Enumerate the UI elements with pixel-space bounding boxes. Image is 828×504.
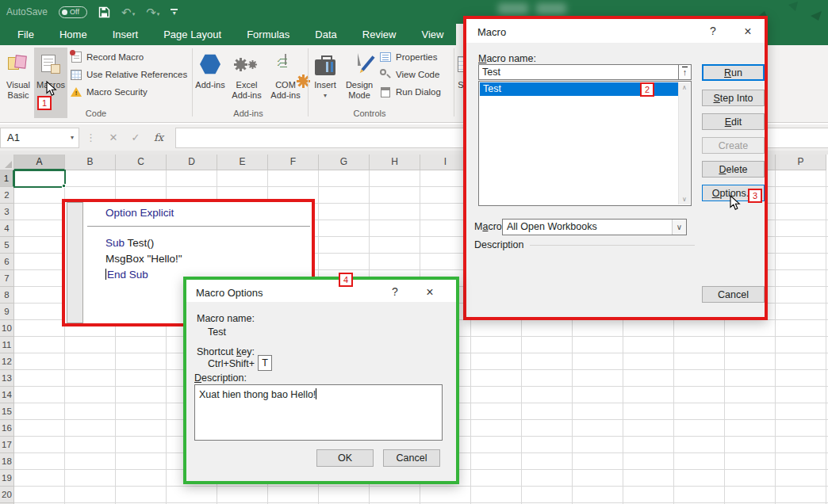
column-header-P[interactable]: P bbox=[776, 155, 826, 170]
row-header-8[interactable]: 8 bbox=[0, 287, 14, 304]
design-mode-button[interactable]: Design Mode bbox=[341, 48, 378, 118]
column-header-B[interactable]: B bbox=[65, 155, 116, 170]
row-header-1[interactable]: 1 bbox=[0, 170, 14, 187]
add-ins-button[interactable]: Add-ins bbox=[195, 48, 225, 118]
annotation-step-2: 2 bbox=[640, 82, 654, 97]
macros-in-dropdown[interactable]: All Open Workbooks ∨ bbox=[502, 219, 687, 235]
fill-handle[interactable] bbox=[62, 184, 66, 188]
customize-qat-icon[interactable]: ▾ bbox=[171, 9, 178, 15]
tab-formulas[interactable]: Formulas bbox=[234, 24, 302, 45]
controls-group-label: Controls bbox=[330, 109, 409, 118]
com-add-ins-icon: ✓✓ bbox=[276, 51, 295, 78]
scroll-down-icon[interactable]: ∨ bbox=[679, 196, 690, 203]
name-box[interactable]: A1 ▾ bbox=[0, 128, 79, 148]
help-icon[interactable]: ? bbox=[383, 285, 407, 298]
tab-data[interactable]: Data bbox=[302, 24, 349, 45]
insert-function-icon[interactable]: fx bbox=[147, 132, 171, 143]
row-header-15[interactable]: 15 bbox=[0, 403, 14, 420]
help-icon[interactable]: ? bbox=[701, 25, 725, 37]
undo-button[interactable]: ↶▾ bbox=[121, 6, 135, 18]
chevron-down-icon: ▾ bbox=[324, 90, 327, 101]
insert-control-button[interactable]: Insert ▾ bbox=[311, 48, 339, 118]
row-header-19[interactable]: 19 bbox=[0, 470, 14, 487]
row-header-14[interactable]: 14 bbox=[0, 387, 14, 403]
row-header-4[interactable]: 4 bbox=[0, 220, 14, 237]
row-header-11[interactable]: 11 bbox=[0, 337, 14, 353]
run-button[interactable]: Run bbox=[702, 64, 765, 81]
macro-list-scrollbar[interactable]: ∧ ∨ bbox=[678, 82, 690, 204]
name-box-dropdown-icon[interactable]: ▾ bbox=[71, 134, 74, 141]
tab-insert[interactable]: Insert bbox=[100, 24, 151, 45]
redo-button[interactable]: ↷▾ bbox=[146, 6, 159, 18]
view-code-button[interactable]: View Code bbox=[379, 67, 439, 82]
properties-button[interactable]: Properties bbox=[379, 50, 437, 64]
column-header-A[interactable]: A bbox=[14, 155, 65, 170]
step-into-button[interactable]: Step Into bbox=[702, 90, 765, 106]
tab-view[interactable]: View bbox=[408, 24, 456, 45]
visual-basic-button[interactable]: Visual Basic bbox=[2, 48, 34, 118]
macro-dialog: Macro ? × Macro name: Test ↑ Test ∧ ∨ 2 … bbox=[463, 16, 768, 320]
column-header-G[interactable]: G bbox=[319, 155, 370, 170]
delete-button[interactable]: Delete bbox=[702, 161, 765, 178]
tab-review[interactable]: Review bbox=[350, 24, 409, 45]
column-header-F[interactable]: F bbox=[268, 155, 319, 170]
quick-access-toolbar: AutoSave Off ↶▾ ↷▾ ▾ bbox=[6, 0, 178, 24]
com-add-ins-button[interactable]: ✓✓ COM Add-ins bbox=[266, 48, 305, 118]
description-textarea[interactable]: Xuat hien thong bao Hello! bbox=[194, 384, 443, 441]
row-header-18[interactable]: 18 bbox=[0, 453, 14, 470]
column-header-D[interactable]: D bbox=[167, 155, 217, 170]
cancel-entry-icon[interactable]: ✕ bbox=[102, 132, 125, 143]
row-header-5[interactable]: 5 bbox=[0, 237, 14, 254]
record-macro-icon bbox=[70, 52, 82, 63]
add-ins-group-label: Add-ins bbox=[209, 109, 288, 118]
row-header-16[interactable]: 16 bbox=[0, 420, 14, 437]
shortcut-key-input[interactable]: T bbox=[258, 355, 272, 371]
column-header-E[interactable]: E bbox=[217, 155, 268, 170]
row-header-2[interactable]: 2 bbox=[0, 187, 14, 204]
undo-dropdown-icon[interactable]: ▾ bbox=[132, 11, 136, 17]
select-all-corner[interactable] bbox=[0, 155, 14, 170]
cancel-button[interactable]: Cancel bbox=[702, 286, 765, 303]
column-header-C[interactable]: C bbox=[116, 155, 167, 170]
row-header-9[interactable]: 9 bbox=[0, 304, 14, 320]
row-header-10[interactable]: 10 bbox=[0, 320, 14, 337]
save-icon[interactable] bbox=[98, 6, 110, 18]
text-caret bbox=[316, 388, 316, 399]
column-header-H[interactable]: H bbox=[370, 155, 420, 170]
autosave-toggle[interactable]: Off bbox=[59, 6, 87, 18]
ok-button[interactable]: OK bbox=[316, 449, 374, 467]
selected-cell-A1[interactable] bbox=[13, 170, 66, 188]
row-header-3[interactable]: 3 bbox=[0, 204, 14, 220]
tab-home[interactable]: Home bbox=[47, 24, 100, 45]
tab-page-layout[interactable]: Page Layout bbox=[151, 24, 234, 45]
insert-control-icon bbox=[315, 51, 335, 78]
row-header-12[interactable]: 12 bbox=[0, 353, 14, 370]
use-relative-references-button[interactable]: Use Relative References bbox=[70, 67, 187, 82]
record-macro-button[interactable]: Record Macro bbox=[70, 50, 144, 64]
macro-dialog-title: Macro bbox=[477, 26, 506, 38]
macro-name-input[interactable]: Test bbox=[478, 64, 679, 80]
cancel-button[interactable]: Cancel bbox=[383, 449, 440, 467]
row-header-13[interactable]: 13 bbox=[0, 370, 14, 387]
tab-file[interactable]: File bbox=[5, 24, 47, 45]
close-icon[interactable]: × bbox=[736, 25, 760, 39]
excel-add-ins-button[interactable]: Excel Add-ins bbox=[228, 48, 265, 118]
row-header-7[interactable]: 7 bbox=[0, 270, 14, 287]
properties-icon bbox=[379, 52, 392, 63]
enter-entry-icon[interactable]: ✓ bbox=[125, 132, 147, 143]
edit-button[interactable]: Edit bbox=[702, 113, 765, 130]
row-header-6[interactable]: 6 bbox=[0, 254, 14, 270]
row-header-20[interactable]: 20 bbox=[0, 487, 14, 503]
macro-security-button[interactable]: ! Macro Security bbox=[70, 85, 148, 99]
run-dialog-button[interactable]: Run Dialog bbox=[379, 85, 441, 99]
mouse-cursor bbox=[730, 195, 741, 214]
combo-chevron-icon[interactable]: ∨ bbox=[672, 220, 686, 235]
row-header-17[interactable]: 17 bbox=[0, 437, 14, 453]
close-icon[interactable]: × bbox=[418, 285, 442, 300]
gear-icon bbox=[235, 51, 259, 78]
macro-list[interactable]: Test ∧ ∨ bbox=[478, 81, 692, 206]
redo-dropdown-icon[interactable]: ▾ bbox=[157, 11, 160, 17]
scroll-up-icon[interactable]: ∧ bbox=[679, 84, 690, 91]
autosave-toggle-state: Off bbox=[70, 8, 79, 16]
up-arrow-icon[interactable]: ↑ bbox=[679, 64, 692, 80]
